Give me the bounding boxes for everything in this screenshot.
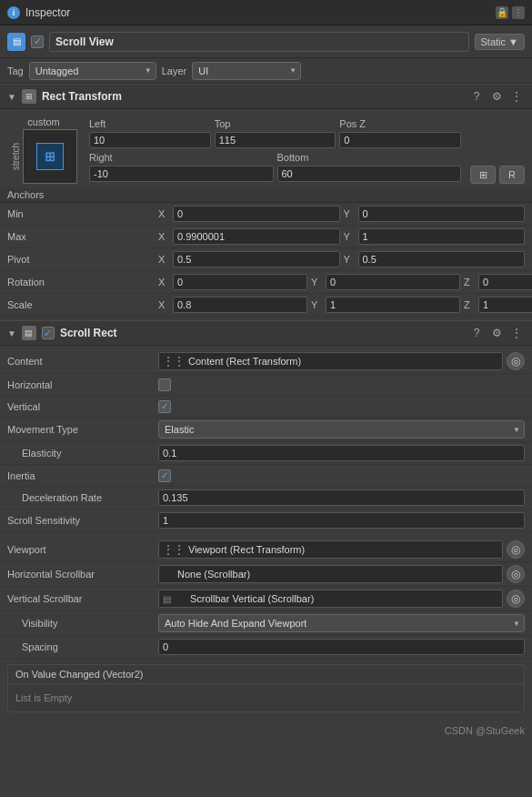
v-scrollbar-select-button[interactable]: ◎ (507, 590, 525, 608)
max-y-input[interactable] (358, 228, 526, 245)
movement-type-value: Elastic (165, 424, 194, 435)
v-scrollbar-field[interactable]: ▤ Scrollbar Vertical (Scrollbar) (158, 590, 503, 608)
scroll-rect-actions: ? ⚙ ⋮ (468, 325, 525, 341)
right-label: Right (89, 152, 274, 163)
menu-icon[interactable]: ⋮ (512, 6, 525, 19)
v-scrollbar-value: Scrollbar Vertical (Scrollbar) (177, 593, 314, 604)
anchors-row: Anchors (0, 187, 532, 203)
scroll-rect-icon: ▤ (22, 326, 36, 340)
spacing-input[interactable] (158, 639, 525, 655)
rect-transform-icon: ⊞ (22, 89, 36, 104)
max-value: X Y (158, 228, 525, 245)
scroll-sensitivity-row: Scroll Sensitivity (0, 509, 532, 532)
inertia-checkbox[interactable] (158, 469, 171, 482)
h-scrollbar-value: None (Scrollbar) (177, 569, 250, 580)
inspector-icon: i (7, 6, 20, 19)
viewport-value: Viewport (Rect Transform) (188, 544, 305, 555)
scroll-sensitivity-label: Scroll Sensitivity (7, 515, 153, 526)
scale-z-input[interactable] (478, 297, 532, 313)
pivot-row: Pivot X Y (0, 248, 532, 271)
vertical-row: Vertical (0, 396, 532, 418)
header-row: ▤ Static ▼ (0, 25, 532, 58)
rect-transform-help[interactable]: ? (468, 88, 485, 105)
scroll-rect-help[interactable]: ? (468, 325, 485, 341)
visibility-row: Visibility Auto Hide And Expand Viewport (0, 611, 532, 636)
rect-transform-more[interactable]: ⋮ (508, 88, 525, 105)
v-scrollbar-row: Vertical Scrollbar ▤ Scrollbar Vertical … (0, 587, 532, 611)
anchors-label: Anchors (7, 189, 153, 200)
spacing-row: Spacing (0, 636, 532, 659)
deceleration-label: Deceleration Rate (7, 492, 153, 503)
top-label: Top (215, 118, 336, 129)
min-x-input[interactable] (173, 206, 340, 222)
left-label: Left (89, 118, 211, 129)
scroll-sensitivity-input[interactable] (158, 512, 525, 529)
layer-label: Layer (162, 66, 187, 76)
rotation-y-input[interactable] (326, 274, 460, 290)
horizontal-row: Horizontal (0, 374, 532, 396)
pivot-label: Pivot (7, 254, 153, 265)
right-field-group: Right (89, 152, 274, 182)
rotation-z-input[interactable] (478, 274, 532, 290)
lock-icon[interactable]: 🔒 (496, 6, 508, 19)
component-enabled-checkbox[interactable] (31, 35, 44, 48)
r-button[interactable]: R (499, 166, 525, 184)
visibility-dropdown[interactable]: Auto Hide And Expand Viewport (158, 614, 525, 632)
tag-layer-row: Tag Untagged Layer UI (0, 58, 532, 84)
on-value-changed-header: On Value Changed (Vector2) (8, 665, 524, 684)
inertia-row: Inertia (0, 465, 532, 487)
scroll-rect-title: Scroll Rect (60, 327, 117, 339)
scroll-view-icon: ▤ (7, 33, 25, 51)
viewport-select-button[interactable]: ◎ (507, 540, 525, 559)
movement-type-label: Movement Type (7, 424, 153, 435)
pivot-y-input[interactable] (358, 251, 526, 267)
left-input[interactable] (89, 132, 211, 148)
content-row: Content ⋮⋮ Content (Rect Transform) ◎ (0, 349, 532, 374)
content-select-button[interactable]: ◎ (507, 352, 525, 370)
deceleration-input[interactable] (158, 489, 525, 506)
rotation-x-input[interactable] (173, 274, 307, 290)
scroll-rect-enabled-checkbox[interactable] (42, 327, 55, 339)
static-button[interactable]: Static ▼ (475, 34, 525, 50)
right-input[interactable] (89, 166, 274, 182)
max-x-input[interactable] (173, 228, 340, 245)
scroll-rect-content: Content ⋮⋮ Content (Rect Transform) ◎ Ho… (0, 346, 532, 721)
posz-field-group: Pos Z (339, 118, 461, 148)
layer-dropdown[interactable]: UI (192, 62, 301, 80)
stretch-label: stretch (11, 143, 21, 170)
content-field[interactable]: ⋮⋮ Content (Rect Transform) (158, 352, 503, 370)
elasticity-input[interactable] (158, 445, 525, 461)
rotation-label: Rotation (7, 277, 153, 288)
rect-transform-arrow[interactable]: ▼ (7, 92, 16, 102)
scroll-rect-arrow[interactable]: ▼ (7, 328, 16, 338)
tag-dropdown[interactable]: Untagged (29, 62, 156, 80)
movement-type-dropdown[interactable]: Elastic (158, 420, 525, 439)
transform-cross: ⊞ (45, 149, 55, 164)
scroll-rect-settings[interactable]: ⚙ (488, 325, 505, 341)
posz-label: Pos Z (339, 118, 461, 129)
h-scrollbar-select-button[interactable]: ◎ (507, 565, 525, 583)
blueprint-button[interactable]: ⊞ (470, 166, 496, 184)
min-y-input[interactable] (358, 206, 526, 222)
scale-y-input[interactable] (326, 297, 460, 313)
component-name-field[interactable] (49, 32, 469, 52)
horizontal-checkbox[interactable] (158, 378, 171, 391)
vertical-checkbox[interactable] (158, 400, 171, 413)
rect-transform-actions: ? ⚙ ⋮ (468, 88, 525, 105)
viewport-field[interactable]: ⋮⋮ Viewport (Rect Transform) (158, 540, 503, 559)
h-scrollbar-field[interactable]: None (Scrollbar) (158, 565, 503, 583)
content-value: Content (Rect Transform) (188, 356, 301, 367)
scale-label: Scale (7, 299, 153, 310)
top-input[interactable] (215, 132, 336, 148)
min-label: Min (7, 208, 153, 219)
scale-x-input[interactable] (173, 297, 307, 313)
scroll-rect-section-header: ▼ ▤ Scroll Rect ? ⚙ ⋮ (0, 320, 532, 346)
transform-preview[interactable]: ⊞ (23, 129, 77, 184)
pivot-x-input[interactable] (173, 251, 340, 267)
rect-transform-settings[interactable]: ⚙ (488, 88, 505, 105)
scroll-rect-more[interactable]: ⋮ (508, 325, 525, 341)
content-label: Content (7, 356, 153, 367)
bottom-input[interactable] (277, 166, 462, 182)
posz-input[interactable] (339, 132, 461, 148)
rect-transform-section-header: ▼ ⊞ Rect Transform ? ⚙ ⋮ (0, 84, 532, 109)
